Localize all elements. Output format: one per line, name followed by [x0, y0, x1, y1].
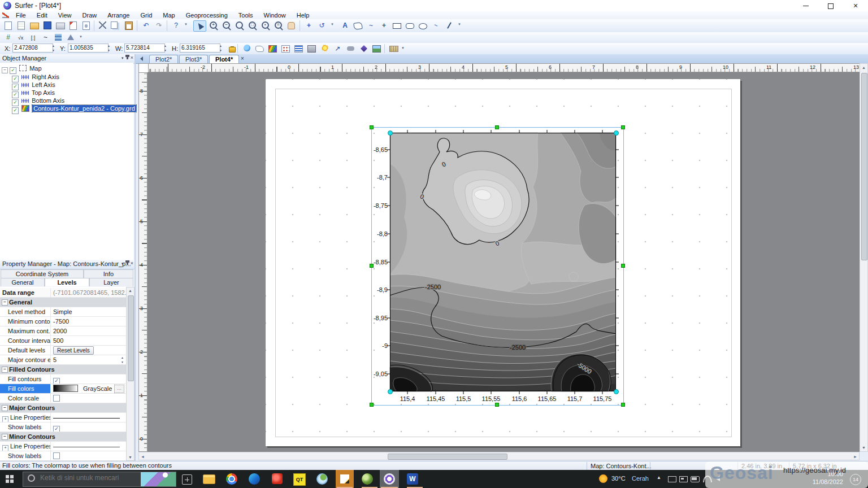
scroll-right-icon[interactable]	[853, 455, 857, 459]
polyline-tool-icon[interactable]	[365, 20, 377, 30]
horizontal-scrollbar[interactable]	[138, 452, 860, 460]
battery-tray-icon[interactable]	[691, 476, 700, 482]
restore-button[interactable]	[818, 0, 843, 11]
x-input[interactable]: 2.472808	[12, 43, 53, 53]
reset-levels-button[interactable]: Reset Levels	[53, 346, 94, 355]
search-box[interactable]	[23, 472, 176, 487]
fill-colors-value[interactable]: GrayScale	[83, 385, 112, 392]
zoom-selected-icon[interactable]: ▪	[259, 20, 271, 30]
text-tool-icon[interactable]	[339, 20, 351, 30]
task-view-icon[interactable]	[182, 474, 192, 485]
red-app-icon[interactable]	[270, 472, 284, 486]
start-button[interactable]	[6, 475, 14, 483]
min-contour-value[interactable]: -7500	[51, 317, 126, 326]
scroll-up-icon[interactable]	[860, 66, 867, 69]
scroll-down-icon[interactable]	[127, 455, 134, 459]
grayscale-swatch[interactable]	[53, 385, 78, 392]
major-contour-spinner[interactable]: ▲▼	[120, 355, 125, 364]
search-input[interactable]	[39, 473, 137, 482]
copy-icon[interactable]	[110, 20, 121, 30]
minor-line-properties-row[interactable]: + Line Properties	[0, 442, 126, 451]
grid-mosaic-icon[interactable]	[52, 32, 64, 42]
pin-icon[interactable]	[127, 55, 128, 59]
menu-window[interactable]: Window	[259, 11, 290, 19]
section-general[interactable]: − General	[0, 298, 126, 307]
grid-value-map-icon[interactable]	[306, 43, 318, 54]
map-corner-handle-se[interactable]	[614, 389, 619, 394]
select-arrow-icon[interactable]	[193, 20, 206, 32]
file-explorer-icon[interactable]	[202, 472, 216, 486]
edge-icon[interactable]	[248, 472, 261, 486]
resize-handle-n[interactable]	[495, 125, 499, 129]
tree-item-contours-layer[interactable]: Contours-Kontur_penida2 - Copy.grd	[0, 104, 134, 112]
expand-icon[interactable]: +	[2, 416, 8, 422]
tab-layer[interactable]: Layer	[89, 278, 133, 286]
zoom-page-icon[interactable]: ≡	[272, 20, 284, 30]
tree-item-top-axis[interactable]: Top Axis	[0, 89, 134, 97]
contour-map-icon[interactable]	[267, 43, 279, 54]
scroll-thumb[interactable]	[388, 454, 507, 460]
zoom-in-icon[interactable]: +	[207, 20, 219, 30]
view-toolbar-overflow-icon[interactable]	[331, 23, 334, 26]
major-line-properties-row[interactable]: + Line Properties	[0, 413, 126, 422]
reshape-tool-icon[interactable]	[443, 20, 455, 30]
contour-interval-value[interactable]: 500	[51, 336, 126, 345]
toolbar-overflow-icon[interactable]	[184, 23, 188, 26]
menu-view[interactable]: View	[54, 11, 76, 19]
export-icon[interactable]	[67, 20, 79, 30]
monitor-tray-icon[interactable]	[679, 476, 688, 482]
tab-plot2[interactable]: Plot2*	[149, 55, 178, 64]
notes-app-icon[interactable]	[336, 470, 354, 488]
resize-handle-e[interactable]	[621, 264, 625, 268]
tab-info[interactable]: Info	[84, 269, 133, 278]
scroll-thumb[interactable]	[128, 295, 134, 381]
section-minor-contours[interactable]: − Minor Contours	[0, 432, 126, 442]
grid-info-map-icon[interactable]	[345, 43, 357, 54]
weather-desc[interactable]: Cerah	[632, 475, 649, 482]
collapse-icon[interactable]: −	[2, 299, 8, 306]
major-show-labels-row[interactable]: Show labels	[0, 422, 126, 432]
major-show-labels-checkbox[interactable]	[53, 426, 60, 432]
resize-handle-sw[interactable]	[370, 403, 374, 407]
color-relief-map-icon[interactable]	[319, 43, 331, 54]
panel-menu-icon[interactable]	[121, 55, 124, 60]
h-spinner[interactable]: ▲▼	[218, 43, 223, 53]
level-method-row[interactable]: Level method Simple	[0, 307, 126, 317]
paste-icon[interactable]	[123, 20, 134, 30]
fill-contours-row[interactable]: Fill contours	[0, 374, 126, 384]
wireframe-3d-icon[interactable]	[371, 43, 383, 54]
major-contour-every-value[interactable]: 5	[51, 355, 126, 364]
zoom-window-icon[interactable]: □	[246, 20, 258, 30]
menu-map[interactable]: Map	[158, 11, 179, 19]
resize-handle-ne[interactable]	[621, 125, 625, 129]
qt-app-icon[interactable]: QT	[293, 472, 306, 486]
polygon-tool-icon[interactable]	[352, 20, 364, 30]
menu-geoprocessing[interactable]: Geoprocessing	[181, 11, 232, 19]
tree-item-left-axis[interactable]: Left Axis	[0, 81, 134, 89]
global-mapper-icon[interactable]	[361, 472, 374, 486]
post-map-icon[interactable]	[280, 43, 292, 54]
lock-icon[interactable]	[226, 43, 238, 54]
selection-bounds[interactable]	[371, 127, 624, 406]
symbol-tool-icon[interactable]	[378, 20, 390, 30]
surfer-taskbar-icon[interactable]	[380, 470, 399, 488]
max-contour-value[interactable]: 2000	[51, 326, 126, 336]
save-icon[interactable]	[41, 20, 53, 30]
rectangle-tool-icon[interactable]	[391, 20, 403, 30]
pin-icon[interactable]	[127, 260, 128, 265]
x-spinner[interactable]: ▲▼	[51, 43, 56, 53]
y-input[interactable]: 1.005835	[68, 43, 108, 53]
tree-item-map[interactable]: − Map	[0, 64, 134, 72]
expand-icon[interactable]: +	[2, 445, 8, 451]
minor-show-labels-checkbox[interactable]	[53, 452, 60, 459]
tab-plot4[interactable]: Plot4*	[209, 55, 239, 64]
map-corner-handle-ne[interactable]	[614, 130, 619, 136]
surface-3d-icon[interactable]	[358, 43, 370, 54]
scroll-up-icon[interactable]	[127, 289, 134, 293]
tab-plot3[interactable]: Plot3*	[179, 55, 208, 64]
colormap-browse-button[interactable]: …	[114, 385, 124, 393]
chrome-icon[interactable]	[225, 472, 238, 486]
collapse-icon[interactable]: −	[2, 434, 8, 440]
menu-draw[interactable]: Draw	[78, 11, 102, 19]
h-input[interactable]: 6.319165	[180, 43, 220, 53]
